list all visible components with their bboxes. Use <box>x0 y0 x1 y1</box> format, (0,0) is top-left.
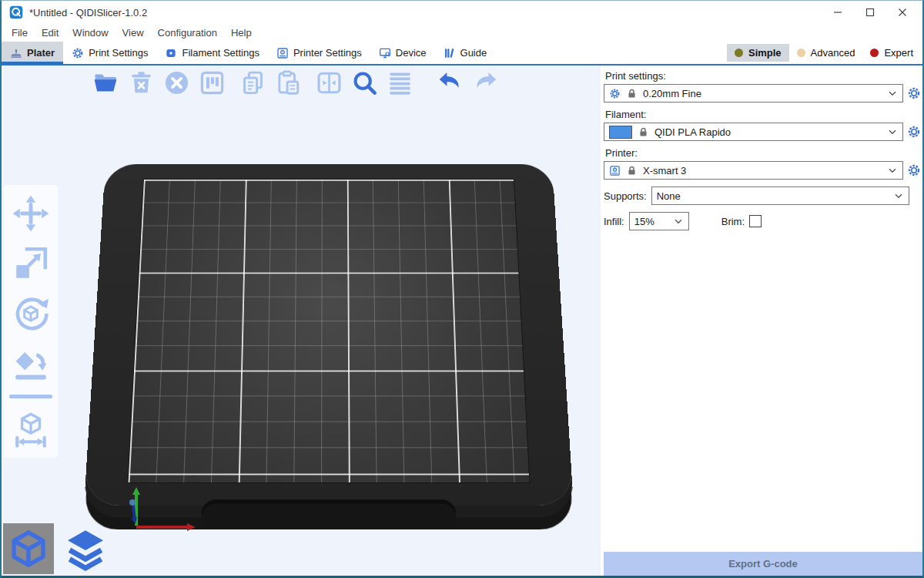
measure-icon <box>12 410 50 449</box>
copy-button[interactable] <box>239 69 266 96</box>
chevron-down-icon <box>893 190 904 201</box>
scale-button[interactable] <box>12 244 50 283</box>
chevron-down-icon <box>673 216 684 227</box>
menu-configuration[interactable]: Configuration <box>151 27 224 39</box>
open-folder-icon <box>92 69 119 96</box>
expert-mode-dot-icon <box>870 49 879 57</box>
paste-button[interactable] <box>275 69 302 96</box>
print-bed-handle <box>201 499 457 528</box>
supports-combo[interactable]: None <box>651 187 909 205</box>
menu-edit[interactable]: Edit <box>35 27 65 39</box>
redo-button[interactable] <box>472 69 499 96</box>
tab-guide-label: Guide <box>460 47 487 59</box>
mode-simple-label: Simple <box>748 47 782 59</box>
tab-device[interactable]: Device <box>370 42 435 64</box>
mode-simple[interactable]: Simple <box>727 44 789 62</box>
mode-expert[interactable]: Expert <box>862 44 921 62</box>
move-icon <box>12 194 50 233</box>
tab-filament-settings-label: Filament Settings <box>182 47 259 59</box>
tab-guide[interactable]: Guide <box>435 42 496 64</box>
printer-icon <box>609 165 621 176</box>
export-gcode-button[interactable]: Export G-code <box>604 552 922 576</box>
menu-view[interactable]: View <box>116 27 151 39</box>
menu-bar: File Edit Window View Configuration Help <box>2 24 922 42</box>
undo-button[interactable] <box>437 69 464 96</box>
place-on-face-button[interactable] <box>12 344 50 383</box>
minimize-icon[interactable] <box>833 8 842 17</box>
undo-icon <box>437 69 464 96</box>
tab-print-settings-label: Print Settings <box>89 47 148 59</box>
lock-icon <box>626 165 638 176</box>
gizmo-toolbar <box>4 185 58 458</box>
delete-button[interactable] <box>128 69 155 96</box>
filament-icon <box>165 47 177 59</box>
gear-icon <box>72 47 84 59</box>
open-folder-button[interactable] <box>92 69 119 96</box>
move-button[interactable] <box>12 194 50 233</box>
measure-button[interactable] <box>12 410 50 449</box>
tab-print-settings[interactable]: Print Settings <box>63 42 156 64</box>
rotate-icon <box>12 294 50 333</box>
simple-mode-dot-icon <box>735 49 743 57</box>
supports-value: None <box>657 190 681 202</box>
infill-label: Infill: <box>604 216 624 227</box>
guide-icon <box>444 47 456 59</box>
infill-value: 15% <box>634 216 654 227</box>
tab-plater-label: Plater <box>27 47 55 59</box>
settings-sidebar: Print settings: 0.20mm Fine Filament: QI… <box>601 66 922 576</box>
app-window: *Untitled - QIDISlicer-1.0.2 File Edit W… <box>0 0 924 578</box>
title-bar: *Untitled - QIDISlicer-1.0.2 <box>2 1 922 24</box>
view-switcher <box>3 523 111 574</box>
search-button[interactable] <box>351 69 378 96</box>
tab-filament-settings[interactable]: Filament Settings <box>156 42 267 64</box>
printer-label: Printer: <box>605 147 919 159</box>
rotate-button[interactable] <box>12 294 50 333</box>
maximize-icon[interactable] <box>865 8 875 17</box>
tab-printer-settings-label: Printer Settings <box>293 47 362 59</box>
gear-icon <box>907 125 921 139</box>
filament-value: QIDI PLA Rapido <box>654 126 731 138</box>
arrange-icon <box>199 69 226 96</box>
filament-label: Filament: <box>605 109 919 120</box>
filament-gear-button[interactable] <box>907 125 921 139</box>
delete-icon <box>128 69 155 96</box>
preview-layers-view-button[interactable] <box>60 523 111 574</box>
infill-combo[interactable]: 15% <box>629 212 689 230</box>
filament-combo[interactable]: QIDI PLA Rapido <box>604 123 903 141</box>
printer-gear-button[interactable] <box>907 163 921 177</box>
delete-all-button[interactable] <box>163 69 190 96</box>
advanced-mode-dot-icon <box>797 49 805 57</box>
menu-window[interactable]: Window <box>65 27 115 39</box>
chevron-down-icon <box>887 126 898 137</box>
variable-layer-height-button[interactable] <box>387 69 413 96</box>
close-icon[interactable] <box>898 8 907 17</box>
chevron-down-icon <box>887 88 898 99</box>
3d-viewport[interactable] <box>2 66 601 576</box>
tab-device-label: Device <box>396 47 427 59</box>
gear-icon <box>609 88 621 99</box>
paste-icon <box>275 69 302 96</box>
print-bed-body <box>84 164 574 506</box>
mode-switcher: Simple Advanced Expert <box>727 42 922 64</box>
3d-editor-view-icon <box>8 528 49 570</box>
menu-help[interactable]: Help <box>224 27 259 39</box>
3d-editor-view-button[interactable] <box>3 523 54 574</box>
tab-bar: Plater Print Settings Filament Settings … <box>2 42 922 66</box>
gizmo-toolbar-separator <box>9 395 52 398</box>
mode-expert-label: Expert <box>884 47 913 59</box>
print-settings-gear-button[interactable] <box>907 86 921 100</box>
print-settings-combo[interactable]: 0.20mm Fine <box>604 84 903 102</box>
mode-advanced[interactable]: Advanced <box>789 44 863 62</box>
arrange-button[interactable] <box>199 69 226 96</box>
app-logo-icon <box>9 5 23 19</box>
lock-icon <box>638 126 649 138</box>
split-button[interactable] <box>316 69 343 96</box>
printer-combo[interactable]: X-smart 3 <box>604 161 903 180</box>
tab-printer-settings[interactable]: Printer Settings <box>268 42 370 64</box>
brim-checkbox[interactable] <box>749 215 762 227</box>
printer-value: X-smart 3 <box>643 165 686 176</box>
search-icon <box>351 69 378 96</box>
menu-file[interactable]: File <box>5 27 35 39</box>
tab-plater[interactable]: Plater <box>2 42 63 64</box>
place-on-face-icon <box>12 344 50 383</box>
